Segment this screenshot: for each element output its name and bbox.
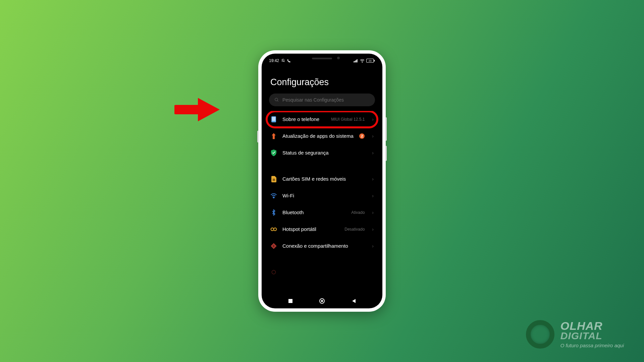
row-hotspot[interactable]: Hotspot portátil Desativado › [263, 221, 381, 238]
phone-frame: 19:42 23 [258, 50, 386, 312]
recent-apps-button[interactable] [287, 298, 293, 304]
svg-point-16 [274, 228, 276, 231]
row-label: Wi-Fi [282, 193, 365, 199]
row-system-apps-update[interactable]: Atualização de apps do sistema 2 › [263, 128, 381, 144]
logo-ring-icon [526, 320, 554, 349]
row-bluetooth[interactable]: Bluetooth Ativado › [263, 204, 381, 221]
svg-rect-12 [272, 117, 275, 121]
svg-rect-7 [374, 60, 375, 61]
volume-button [385, 117, 387, 141]
wifi-status-icon [360, 59, 365, 63]
chevron-right-icon: › [372, 150, 374, 156]
section-divider [263, 161, 381, 171]
notification-badge: 2 [359, 133, 365, 139]
chevron-right-icon: › [372, 176, 374, 182]
svg-rect-2 [355, 61, 355, 62]
display-icon [270, 269, 277, 276]
svg-rect-1 [354, 61, 354, 62]
chevron-right-icon: › [372, 210, 374, 215]
signal-icon [354, 59, 358, 63]
search-placeholder: Pesquisar nas Configurações [282, 97, 344, 103]
svg-point-14 [273, 197, 274, 198]
back-button[interactable] [351, 298, 357, 304]
row-sub: MIUI Global 12.5.1 [331, 117, 365, 122]
row-security-status[interactable]: Status de segurança › [263, 144, 381, 161]
chevron-right-icon: › [372, 133, 374, 139]
status-time: 19:42 [269, 58, 279, 63]
row-label: Status de segurança [282, 150, 365, 156]
section-divider [263, 254, 381, 264]
watermark-tagline: O futuro passa primeiro aqui [560, 343, 624, 348]
front-camera [337, 57, 340, 59]
battery-icon: 23 [366, 59, 375, 63]
phone-icon [287, 59, 291, 63]
svg-point-20 [321, 300, 323, 302]
row-sub: Ativado [351, 210, 365, 215]
row-cutoff[interactable]: . [263, 264, 381, 281]
svg-text:23: 23 [369, 59, 372, 62]
svg-rect-13 [273, 179, 275, 181]
page-title: Configurações [262, 63, 382, 94]
row-label: Bluetooth [282, 209, 346, 216]
chevron-right-icon: › [372, 117, 374, 122]
arrow-up-icon [270, 133, 277, 139]
red-arrow-annotation [174, 95, 221, 125]
dnd-icon [281, 59, 285, 63]
svg-rect-3 [356, 60, 356, 62]
svg-line-10 [277, 101, 278, 102]
phone-device-icon [270, 116, 277, 123]
wifi-icon [270, 192, 277, 199]
row-label: . [282, 269, 374, 276]
svg-rect-4 [357, 59, 357, 62]
row-about-phone[interactable]: Sobre o telefone MIUI Global 12.5.1 › [263, 111, 381, 128]
row-label: Hotspot portátil [282, 226, 339, 233]
row-wifi[interactable]: Wi-Fi › [263, 187, 381, 204]
chevron-right-icon: › [372, 227, 374, 232]
svg-point-17 [272, 270, 275, 274]
svg-point-15 [271, 228, 274, 231]
row-sim-networks[interactable]: Cartões SIM e redes móveis › [263, 171, 381, 187]
sim-icon [270, 176, 277, 182]
row-label: Cartões SIM e redes móveis [282, 176, 365, 182]
search-input[interactable]: Pesquisar nas Configurações [269, 94, 375, 106]
power-button [385, 146, 387, 161]
share-icon [270, 243, 277, 249]
row-label: Sobre o telefone [282, 116, 326, 123]
home-button[interactable] [319, 298, 325, 304]
side-button [257, 131, 259, 142]
svg-point-9 [275, 98, 278, 101]
row-connection-sharing[interactable]: Conexão e compartilhamento › [263, 238, 381, 254]
settings-list[interactable]: Sobre o telefone MIUI Global 12.5.1 › At… [262, 111, 382, 294]
row-label: Atualização de apps do sistema [282, 133, 354, 139]
hotspot-icon [270, 226, 277, 233]
svg-point-5 [362, 62, 363, 62]
row-sub: Desativado [344, 227, 365, 232]
android-nav-bar [262, 294, 382, 308]
chevron-right-icon: › [372, 193, 374, 198]
search-icon [274, 98, 279, 102]
watermark-line2: DIGITAL [560, 331, 624, 341]
chevron-right-icon: › [372, 243, 374, 249]
row-label: Conexão e compartilhamento [282, 243, 365, 249]
shield-icon [270, 149, 277, 156]
bluetooth-icon [270, 209, 277, 216]
watermark-logo: OLHAR DIGITAL O futuro passa primeiro aq… [526, 320, 624, 349]
notch [312, 58, 332, 59]
watermark-line1: OLHAR [560, 320, 624, 331]
svg-rect-18 [288, 299, 292, 303]
